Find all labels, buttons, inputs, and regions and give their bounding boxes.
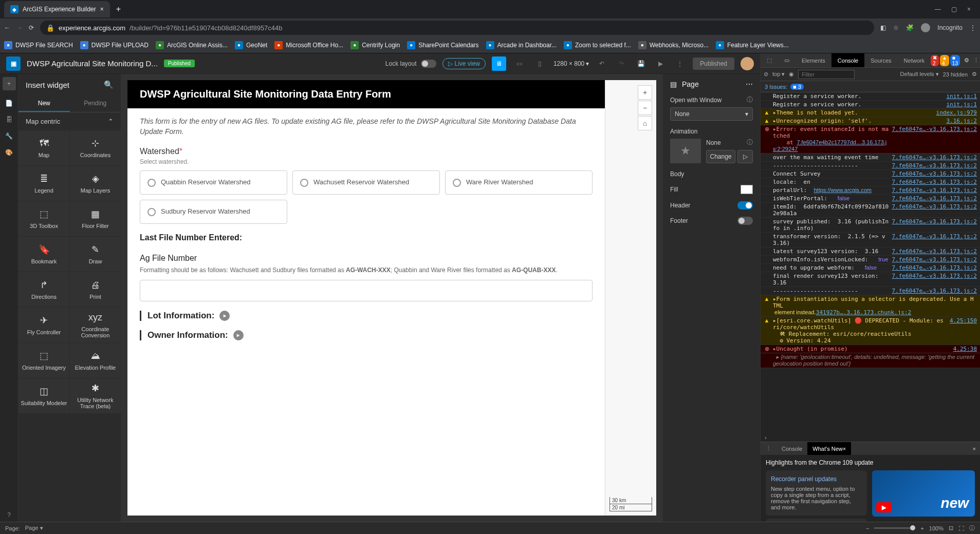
window-maximize-icon[interactable]: ▢ [951, 6, 957, 13]
devtools-tab-network[interactable]: Network [898, 53, 931, 67]
devtools-inspect-icon[interactable]: ⬚ [761, 53, 778, 67]
widget-item[interactable]: ⬚3D Toolbox [19, 201, 69, 236]
bookmark-item[interactable]: ●ArcGIS Online Assis... [156, 41, 228, 49]
bookmark-item[interactable]: ●SharePoint Calendars [407, 41, 478, 49]
console-log-row[interactable]: ⊗▸Uncaught (in promise)4.25:38 [761, 345, 980, 353]
log-source-link[interactable]: 7.fe6047e…-v3.16.173.js:2 [892, 264, 977, 271]
whatsnew-card[interactable]: Improved JavaScript debugging [766, 519, 867, 522]
widget-item[interactable]: ≣Legend [19, 166, 69, 201]
live-view-button[interactable]: ▷ Live view [442, 58, 486, 69]
console-hidden-count[interactable]: 23 hidden [943, 71, 968, 78]
widget-item[interactable]: 🗺Map [19, 130, 69, 165]
device-tablet-button[interactable]: ▭ [512, 56, 527, 71]
widget-item[interactable]: 🖨Print [70, 272, 121, 307]
console-log-row[interactable]: -------------------------7.fe6047e…-v3.1… [761, 162, 980, 170]
log-source-link[interactable]: 7.fe6047e…-v3.16.173.js:2 [892, 256, 977, 263]
footer-toggle[interactable] [737, 217, 753, 225]
redo-button[interactable]: ↷ [615, 60, 628, 67]
info-icon[interactable]: ⓘ [747, 138, 753, 147]
tab-close-icon[interactable]: × [100, 6, 104, 13]
undo-button[interactable]: ↶ [595, 60, 608, 67]
device-mobile-button[interactable]: ▯ [533, 56, 547, 71]
log-source-link[interactable]: 7.fe6047e…-v3.16.173.js:2 [892, 179, 977, 185]
animation-play-button[interactable]: ▷ [737, 150, 753, 163]
log-source-link[interactable]: 7.fe6047e…-v3.16.173.js:2 [892, 195, 977, 202]
console-log-row[interactable]: need to upgrade webform: false7.fe6047e…… [761, 264, 980, 272]
log-source-link[interactable]: 7.fe6047e…-v3.16.173.js:2 [892, 170, 977, 177]
help-rail-icon[interactable]: ? [0, 511, 19, 519]
insert-tab-pending[interactable]: Pending [70, 96, 121, 112]
widget-item[interactable]: ⛰Elevation Profile [70, 343, 121, 378]
publish-button[interactable]: Published [693, 58, 734, 70]
new-tab-button[interactable]: + [116, 5, 121, 14]
fullscreen-icon[interactable]: ⛶ [958, 525, 964, 531]
devtools-tab-elements[interactable]: Elements [796, 53, 831, 67]
console-levels-dropdown[interactable]: Default levels ▾ [900, 71, 939, 78]
zoom-in-button[interactable]: + [638, 85, 652, 100]
devtools-menu-icon[interactable]: ⋮ [973, 57, 979, 64]
info-icon[interactable]: ⓘ [747, 96, 753, 104]
console-log-row[interactable]: webformInfo.isVersionLocked: true7.fe604… [761, 256, 980, 264]
info-count-badge[interactable]: ■ 13 [950, 55, 960, 66]
console-settings-icon[interactable]: ⚙ [972, 71, 977, 78]
widget-item[interactable]: ↱Directions [19, 272, 69, 307]
log-source-link[interactable]: 4.25:38 [953, 346, 977, 352]
log-source-link[interactable]: 7.fe6047e…-v3.16.173.js:2 [892, 233, 977, 240]
more-button[interactable]: ⋮ [673, 60, 687, 67]
watershed-option[interactable]: Sudbury Reservoir Watershed [140, 200, 287, 224]
drawer-tab-whatsnew[interactable]: What's New × [807, 442, 851, 455]
log-source-link[interactable]: init.js:1 [946, 101, 977, 108]
console-log-row[interactable]: ▲▸Unrecognized origin: 'self'.3.16.js:2 [761, 117, 980, 125]
console-log-row[interactable]: ▲▸Form instantiation using a selector is… [761, 295, 980, 317]
console-log-row[interactable]: Register a service worker.init.js:1 [761, 101, 980, 109]
console-log-row[interactable]: -------------------------7.fe6047e…-v3.1… [761, 287, 980, 295]
watershed-option[interactable]: Wachusett Reservoir Watershed [292, 170, 440, 195]
bookmark-item[interactable]: ●Zoom to selected f... [564, 41, 631, 49]
widget-item[interactable]: ⊹Coordinates [70, 130, 121, 165]
fill-color-swatch[interactable] [741, 185, 753, 194]
window-minimize-icon[interactable]: — [935, 6, 941, 13]
palette-rail-icon[interactable]: 🎨 [5, 149, 13, 156]
home-button[interactable]: ⌂ [638, 116, 652, 130]
log-source-link[interactable]: 7.fe6047e…-v3.16.173.js:2 [892, 248, 977, 255]
bookmark-item[interactable]: ●Arcade in Dashboar... [486, 41, 557, 49]
insert-widget-rail-button[interactable]: + [3, 77, 16, 90]
widget-item[interactable]: ◈Map Layers [70, 166, 121, 201]
fit-icon[interactable]: ⊡ [949, 525, 953, 531]
console-log-row[interactable]: transformer version: 2.1.5 (=> v3.16)7.f… [761, 233, 980, 247]
search-icon[interactable]: 🔍 [104, 80, 114, 89]
log-source-link[interactable]: 7.fe6047e…-v3.16.173.js:2 [892, 218, 977, 225]
log-source-link[interactable]: init.js:1 [946, 93, 977, 100]
console-filter-input[interactable] [798, 70, 855, 79]
bookmark-item[interactable]: ●GeoNet [235, 41, 267, 49]
console-log-row[interactable]: over the max waiting event time7.fe6047e… [761, 154, 980, 162]
log-source-link[interactable]: 4.25:150 [950, 317, 977, 324]
console-log-row[interactable]: Connect Survey7.fe6047e…-v3.16.173.js:2 [761, 170, 980, 178]
zoom-in-icon[interactable]: + [920, 525, 923, 531]
console-log-row[interactable]: locale: en7.fe6047e…-v3.16.173.js:2 [761, 178, 980, 186]
insert-tab-new[interactable]: New [19, 96, 70, 112]
bookmark-item[interactable]: ●Centrify Login [350, 41, 400, 49]
widget-item[interactable]: ▦Floor Filter [70, 201, 121, 236]
console-log-row[interactable]: itemId: 6ddfa9bf67b24fc09f92af8102e98a1a… [761, 203, 980, 218]
console-eye-icon[interactable]: ◉ [789, 71, 794, 78]
whatsnew-video-thumb[interactable]: ▶ new [872, 470, 975, 517]
save-button[interactable]: 💾 [634, 60, 648, 67]
agfile-input[interactable] [140, 280, 593, 301]
bookmark-item[interactable]: ●DWSP File SEARCH [4, 41, 73, 49]
log-source-link[interactable]: 7.fe6047e…-v3.16.173.js:2 [892, 288, 977, 294]
header-toggle[interactable] [737, 201, 753, 209]
data-rail-icon[interactable]: 🗄 [6, 116, 12, 123]
widget-item[interactable]: ✱Utility Network Trace (beta) [70, 378, 121, 413]
zoom-slider[interactable] [874, 527, 915, 529]
map-widget[interactable]: + − ⌂ 30 km 20 mi [605, 80, 656, 516]
console-prompt[interactable]: › [761, 433, 980, 442]
devtools-tab-sources[interactable]: Sources [864, 53, 897, 67]
lock-layout-toggle[interactable] [421, 60, 436, 68]
bookmark-item[interactable]: ●Microsoft Office Ho... [274, 41, 343, 49]
bookmark-star-icon[interactable]: ☆ [893, 24, 899, 31]
log-source-link[interactable]: 7.fe6047e…-v3.16.173.js:2 [892, 126, 977, 132]
console-log-row[interactable]: ▲▸[esri.core.watchUtils] 🛑 DEPRECATED - … [761, 317, 980, 345]
zoom-out-icon[interactable]: − [866, 525, 869, 531]
bookmark-item[interactable]: ●Feature Layer Views... [716, 41, 789, 49]
